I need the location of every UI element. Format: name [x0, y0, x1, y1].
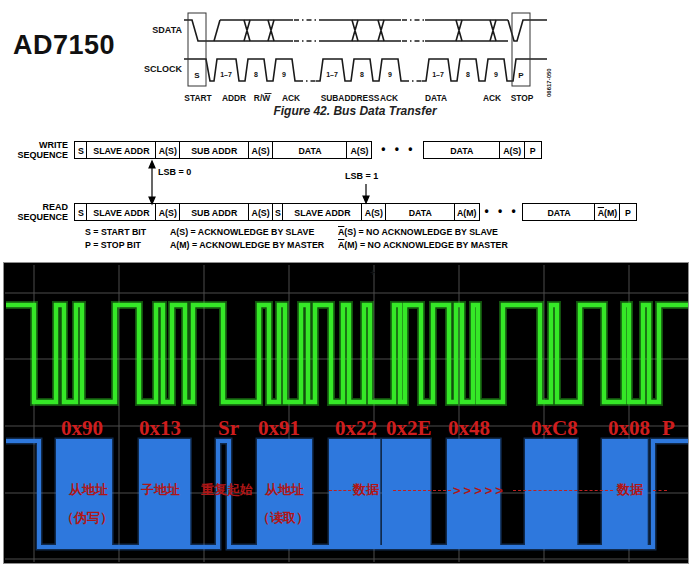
- sequence-cell: A(M): [594, 203, 620, 221]
- scope-cn-label: 重复起始: [201, 483, 253, 497]
- start-bit-label: S: [194, 71, 200, 80]
- sequence-cell: DATA: [385, 203, 455, 221]
- lsb1-arrow-head: [363, 196, 369, 203]
- scope-hex-label: 0xC8: [531, 418, 578, 438]
- scope-hex-label: 0x2E: [386, 418, 432, 438]
- read-sequence-label: READ SEQUENCE: [6, 203, 68, 222]
- write-label-line2: SEQUENCE: [6, 151, 68, 161]
- sclock-label: SCLOCK: [144, 64, 183, 74]
- page: { "title": {"chip": "AD7150"}, "figure":…: [0, 0, 690, 567]
- figure-watermark: 06617-050: [546, 68, 552, 97]
- scope-hex-label: 0x48: [448, 418, 490, 438]
- sdata-waveform: [184, 20, 547, 41]
- scope-hex-label: 0x13: [139, 418, 181, 438]
- stop-bit-label: P: [518, 71, 524, 80]
- scope-dash-line: [653, 490, 667, 491]
- phase-addr: ADDR: [222, 93, 246, 103]
- scope-dash-line: [393, 490, 451, 491]
- phase-subaddress: SUBADDRESS: [321, 93, 380, 103]
- sequence-cell: DATA: [272, 141, 348, 159]
- scope-cn-label: （伪写）: [61, 511, 113, 525]
- phase-start: START: [184, 93, 212, 103]
- sequence-cell: A(S): [155, 203, 181, 221]
- clock-8-label: 8: [466, 71, 470, 78]
- scope-cn-label: 数据: [353, 483, 379, 497]
- clock-9-label: 9: [388, 71, 392, 78]
- sequence-cell: P: [619, 203, 637, 221]
- clock-9-label: 9: [494, 71, 498, 78]
- clock-1-7-label: 1–7: [432, 71, 444, 78]
- scope-cn-label: 从地址: [69, 483, 108, 497]
- legend-ack-slave: A(S) = ACKNOWLEDGE BY SLAVE: [170, 227, 314, 237]
- clock-8-label: 8: [360, 71, 364, 78]
- sequence-cell: SUB ADDR: [179, 141, 249, 159]
- sequence-cell: A(M): [454, 203, 480, 221]
- sequence-cell: SLAVE ADDR: [86, 203, 156, 221]
- sequence-cell: A(S): [499, 141, 525, 159]
- legend-start-bit: S = START BIT: [85, 227, 146, 237]
- sequence-cell: A(S): [361, 203, 387, 221]
- sdata-label: SDATA: [152, 25, 182, 35]
- legend-nack-slave: A(S) = NO ACKNOWLEDGE BY SLAVE: [338, 227, 498, 237]
- sequence-ellipsis: • • •: [372, 141, 424, 159]
- legend-ack-master: A(M) = ACKNOWLEDGE BY MASTER: [170, 240, 324, 250]
- phase-ack: ACK: [483, 93, 501, 103]
- sdata-break-gap: [401, 13, 425, 47]
- nack-slave-rest: (S) = NO ACKNOWLEDGE BY SLAVE: [344, 227, 498, 237]
- read-sequence-row: SSLAVE ADDRA(S)SUB ADDRA(S)SSLAVE ADDRA(…: [74, 203, 637, 221]
- scope-cn-label: 子地址: [141, 483, 180, 497]
- clock-1-7-label: 1–7: [220, 71, 232, 78]
- sequence-cell: A(S): [346, 141, 372, 159]
- sequence-cell: P: [524, 141, 542, 159]
- scope-cn-label: （读取）: [257, 511, 309, 525]
- sdata-break-gap: [293, 13, 319, 47]
- scope-cn-label: 从地址: [265, 483, 304, 497]
- scope-hex-label: 0x22: [335, 418, 377, 438]
- figure-caption: Figure 42. Bus Data Transfer: [140, 104, 570, 118]
- nack-master-rest: (M) = NO ACKNOWLEDGE BY MASTER: [344, 240, 507, 250]
- write-sequence-label: WRITE SEQUENCE: [6, 141, 68, 160]
- sequence-cell: A(S): [248, 203, 274, 221]
- sclock-waveform: [184, 59, 547, 81]
- sequence-cell: A(S): [155, 141, 181, 159]
- lsb0-label: LSB = 0: [158, 167, 191, 177]
- read-label-line2: SEQUENCE: [6, 213, 68, 223]
- phase-stop: STOP: [511, 93, 534, 103]
- sequence-cell: DATA: [522, 203, 596, 221]
- legend-stop-bit: P = STOP BIT: [85, 240, 141, 250]
- scope-data-flow-arrows: >>>>>: [453, 483, 506, 498]
- write-sequence-row: SSLAVE ADDRA(S)SUB ADDRA(S)DATAA(S)• • •…: [74, 141, 542, 159]
- scope-hex-label: P: [662, 418, 675, 438]
- scope-hex-label: Sr: [218, 418, 239, 438]
- scope-hex-label: 0x90: [61, 418, 103, 438]
- lsb1-label: LSB = 1: [345, 171, 378, 181]
- phase-ack: ACK: [380, 93, 398, 103]
- scope-dash-line: [513, 490, 613, 491]
- sequence-cell: DATA: [423, 141, 501, 159]
- sequence-cell: SLAVE ADDR: [86, 141, 156, 159]
- sequence-ellipsis: • • •: [480, 203, 524, 221]
- phase-rw: R/W: [254, 93, 270, 103]
- scope-dash-line: [329, 490, 351, 491]
- scope-hex-label: 0x91: [258, 418, 300, 438]
- phase-ack: ACK: [282, 93, 300, 103]
- clock-1-7-label: 1–7: [326, 71, 338, 78]
- oscilloscope-capture: + 0x900x13Sr0x910x220x2E0x480xC80x08P从地址…: [3, 262, 689, 564]
- sequence-cell: A(S): [248, 141, 274, 159]
- legend-nack-master: A(M) = NO ACKNOWLEDGE BY MASTER: [338, 240, 508, 250]
- scope-annotations: 0x900x13Sr0x910x220x2E0x480xC80x08P从地址子地…: [4, 263, 688, 563]
- clock-8-label: 8: [254, 71, 258, 78]
- sequence-cell: SUB ADDR: [179, 203, 249, 221]
- scope-cn-label: 数据: [617, 483, 643, 497]
- phase-data: DATA: [425, 93, 447, 103]
- lsb0-arrow-up-head: [149, 161, 155, 168]
- scope-hex-label: 0x08: [608, 418, 650, 438]
- clock-9-label: 9: [282, 71, 286, 78]
- sequence-cell: SLAVE ADDR: [282, 203, 362, 221]
